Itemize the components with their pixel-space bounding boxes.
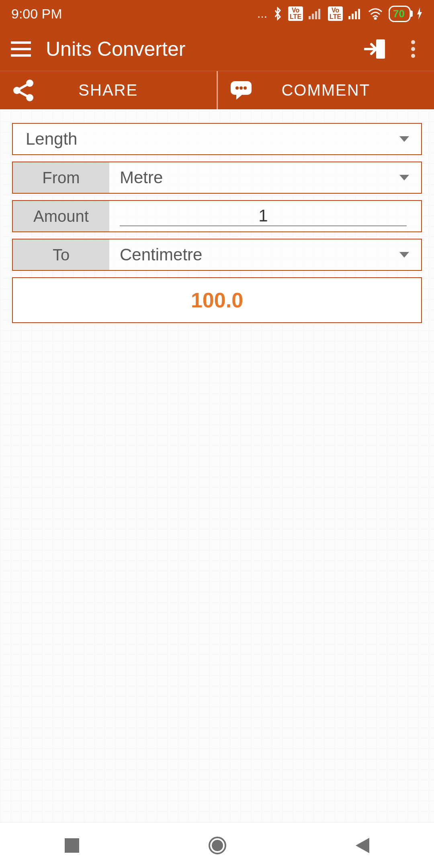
- volte-icon-1: VoLTE: [288, 6, 303, 21]
- charging-icon: [416, 8, 423, 20]
- comment-tab[interactable]: COMMENT: [218, 71, 434, 109]
- share-tab[interactable]: SHARE: [0, 71, 218, 109]
- chevron-down-icon: [399, 252, 409, 258]
- svg-point-5: [411, 40, 415, 44]
- share-label: SHARE: [78, 81, 138, 99]
- more-dots-icon: ...: [257, 7, 267, 20]
- signal-icon-2: [348, 8, 362, 19]
- svg-rect-15: [65, 838, 79, 853]
- to-label: To: [13, 240, 109, 270]
- comment-icon: [230, 80, 252, 100]
- chevron-down-icon: [399, 136, 409, 142]
- status-icons: ... VoLTE VoLTE 70: [257, 6, 423, 22]
- app-title: Units Converter: [46, 37, 350, 61]
- recent-apps-button[interactable]: [65, 838, 79, 853]
- from-label: From: [13, 162, 109, 193]
- content-area: Length From Metre Amount To Centimetre 1…: [0, 109, 434, 822]
- category-value: Length: [26, 129, 77, 149]
- svg-point-7: [411, 54, 415, 58]
- comment-label: COMMENT: [281, 81, 370, 99]
- result-value: 100.0: [191, 288, 243, 312]
- from-row[interactable]: From Metre: [12, 162, 422, 194]
- to-value: Centimetre: [120, 245, 202, 264]
- svg-point-13: [240, 86, 243, 90]
- wifi-icon: [368, 8, 383, 20]
- svg-point-17: [213, 841, 222, 850]
- back-button[interactable]: [356, 838, 369, 853]
- system-nav-bar: [0, 822, 434, 868]
- to-row[interactable]: To Centimetre: [12, 239, 422, 271]
- amount-row: Amount: [12, 200, 422, 232]
- status-time: 9:00 PM: [11, 6, 62, 22]
- from-value: Metre: [120, 168, 163, 187]
- svg-point-14: [244, 86, 247, 90]
- hamburger-menu-icon[interactable]: [8, 41, 34, 57]
- svg-rect-3: [11, 54, 31, 57]
- amount-input[interactable]: [120, 206, 407, 226]
- signal-icon-1: [309, 8, 322, 19]
- chevron-down-icon: [399, 175, 409, 180]
- status-bar: 9:00 PM ... VoLTE VoLTE 70: [0, 0, 434, 27]
- overflow-menu-icon[interactable]: [400, 40, 426, 58]
- category-select[interactable]: Length: [12, 123, 422, 155]
- svg-point-6: [411, 47, 415, 51]
- amount-label: Amount: [13, 201, 109, 231]
- home-button[interactable]: [208, 836, 227, 855]
- exit-icon[interactable]: [362, 39, 388, 59]
- tab-bar: SHARE COMMENT: [0, 71, 434, 109]
- share-icon: [12, 79, 35, 102]
- result-box: 100.0: [12, 277, 422, 323]
- svg-rect-4: [376, 39, 385, 59]
- volte-icon-2: VoLTE: [328, 6, 343, 21]
- svg-rect-2: [11, 48, 31, 50]
- battery-icon: 70: [389, 6, 411, 22]
- svg-point-12: [235, 86, 239, 90]
- app-bar: Units Converter: [0, 27, 434, 71]
- svg-point-0: [375, 18, 376, 19]
- bluetooth-icon: [273, 7, 283, 20]
- svg-rect-1: [11, 41, 31, 44]
